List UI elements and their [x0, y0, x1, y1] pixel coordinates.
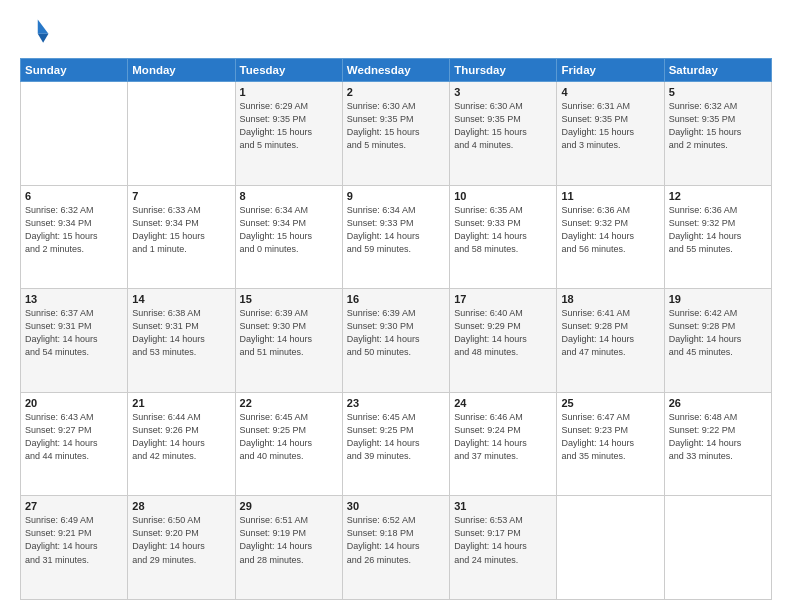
day-info: Sunrise: 6:49 AM Sunset: 9:21 PM Dayligh…	[25, 514, 123, 566]
calendar-cell: 27Sunrise: 6:49 AM Sunset: 9:21 PM Dayli…	[21, 496, 128, 600]
day-info: Sunrise: 6:39 AM Sunset: 9:30 PM Dayligh…	[347, 307, 445, 359]
day-number: 28	[132, 500, 230, 512]
day-info: Sunrise: 6:33 AM Sunset: 9:34 PM Dayligh…	[132, 204, 230, 256]
day-number: 23	[347, 397, 445, 409]
day-info: Sunrise: 6:38 AM Sunset: 9:31 PM Dayligh…	[132, 307, 230, 359]
svg-marker-0	[38, 20, 49, 34]
day-number: 8	[240, 190, 338, 202]
day-info: Sunrise: 6:43 AM Sunset: 9:27 PM Dayligh…	[25, 411, 123, 463]
day-info: Sunrise: 6:32 AM Sunset: 9:34 PM Dayligh…	[25, 204, 123, 256]
page: SundayMondayTuesdayWednesdayThursdayFrid…	[0, 0, 792, 612]
col-header-tuesday: Tuesday	[235, 59, 342, 82]
day-info: Sunrise: 6:37 AM Sunset: 9:31 PM Dayligh…	[25, 307, 123, 359]
calendar-cell: 25Sunrise: 6:47 AM Sunset: 9:23 PM Dayli…	[557, 392, 664, 496]
calendar-cell	[21, 82, 128, 186]
day-number: 1	[240, 86, 338, 98]
week-row-3: 20Sunrise: 6:43 AM Sunset: 9:27 PM Dayli…	[21, 392, 772, 496]
day-number: 12	[669, 190, 767, 202]
day-number: 21	[132, 397, 230, 409]
calendar-cell	[664, 496, 771, 600]
day-info: Sunrise: 6:50 AM Sunset: 9:20 PM Dayligh…	[132, 514, 230, 566]
calendar-cell: 10Sunrise: 6:35 AM Sunset: 9:33 PM Dayli…	[450, 185, 557, 289]
calendar-cell: 6Sunrise: 6:32 AM Sunset: 9:34 PM Daylig…	[21, 185, 128, 289]
calendar-cell: 22Sunrise: 6:45 AM Sunset: 9:25 PM Dayli…	[235, 392, 342, 496]
calendar-cell: 12Sunrise: 6:36 AM Sunset: 9:32 PM Dayli…	[664, 185, 771, 289]
day-info: Sunrise: 6:52 AM Sunset: 9:18 PM Dayligh…	[347, 514, 445, 566]
header	[20, 16, 772, 48]
day-number: 29	[240, 500, 338, 512]
day-number: 9	[347, 190, 445, 202]
calendar-cell: 26Sunrise: 6:48 AM Sunset: 9:22 PM Dayli…	[664, 392, 771, 496]
week-row-4: 27Sunrise: 6:49 AM Sunset: 9:21 PM Dayli…	[21, 496, 772, 600]
day-info: Sunrise: 6:30 AM Sunset: 9:35 PM Dayligh…	[347, 100, 445, 152]
day-number: 22	[240, 397, 338, 409]
calendar-cell: 23Sunrise: 6:45 AM Sunset: 9:25 PM Dayli…	[342, 392, 449, 496]
col-header-wednesday: Wednesday	[342, 59, 449, 82]
day-info: Sunrise: 6:42 AM Sunset: 9:28 PM Dayligh…	[669, 307, 767, 359]
day-number: 25	[561, 397, 659, 409]
day-info: Sunrise: 6:47 AM Sunset: 9:23 PM Dayligh…	[561, 411, 659, 463]
day-info: Sunrise: 6:34 AM Sunset: 9:33 PM Dayligh…	[347, 204, 445, 256]
logo-icon	[20, 16, 52, 48]
day-number: 4	[561, 86, 659, 98]
calendar-cell: 21Sunrise: 6:44 AM Sunset: 9:26 PM Dayli…	[128, 392, 235, 496]
calendar-cell: 1Sunrise: 6:29 AM Sunset: 9:35 PM Daylig…	[235, 82, 342, 186]
svg-marker-1	[38, 34, 49, 43]
calendar-cell: 4Sunrise: 6:31 AM Sunset: 9:35 PM Daylig…	[557, 82, 664, 186]
week-row-1: 6Sunrise: 6:32 AM Sunset: 9:34 PM Daylig…	[21, 185, 772, 289]
day-number: 17	[454, 293, 552, 305]
day-info: Sunrise: 6:35 AM Sunset: 9:33 PM Dayligh…	[454, 204, 552, 256]
calendar-cell: 5Sunrise: 6:32 AM Sunset: 9:35 PM Daylig…	[664, 82, 771, 186]
calendar-cell: 15Sunrise: 6:39 AM Sunset: 9:30 PM Dayli…	[235, 289, 342, 393]
day-info: Sunrise: 6:34 AM Sunset: 9:34 PM Dayligh…	[240, 204, 338, 256]
day-number: 24	[454, 397, 552, 409]
day-number: 26	[669, 397, 767, 409]
day-number: 30	[347, 500, 445, 512]
day-number: 27	[25, 500, 123, 512]
calendar-cell: 2Sunrise: 6:30 AM Sunset: 9:35 PM Daylig…	[342, 82, 449, 186]
calendar-cell: 16Sunrise: 6:39 AM Sunset: 9:30 PM Dayli…	[342, 289, 449, 393]
day-info: Sunrise: 6:44 AM Sunset: 9:26 PM Dayligh…	[132, 411, 230, 463]
calendar-cell: 30Sunrise: 6:52 AM Sunset: 9:18 PM Dayli…	[342, 496, 449, 600]
calendar-cell	[557, 496, 664, 600]
calendar-cell: 8Sunrise: 6:34 AM Sunset: 9:34 PM Daylig…	[235, 185, 342, 289]
day-number: 14	[132, 293, 230, 305]
day-number: 11	[561, 190, 659, 202]
week-row-2: 13Sunrise: 6:37 AM Sunset: 9:31 PM Dayli…	[21, 289, 772, 393]
day-number: 7	[132, 190, 230, 202]
calendar-cell: 7Sunrise: 6:33 AM Sunset: 9:34 PM Daylig…	[128, 185, 235, 289]
day-number: 19	[669, 293, 767, 305]
calendar-cell: 9Sunrise: 6:34 AM Sunset: 9:33 PM Daylig…	[342, 185, 449, 289]
calendar-cell: 29Sunrise: 6:51 AM Sunset: 9:19 PM Dayli…	[235, 496, 342, 600]
calendar-cell: 13Sunrise: 6:37 AM Sunset: 9:31 PM Dayli…	[21, 289, 128, 393]
day-info: Sunrise: 6:45 AM Sunset: 9:25 PM Dayligh…	[347, 411, 445, 463]
col-header-saturday: Saturday	[664, 59, 771, 82]
day-info: Sunrise: 6:36 AM Sunset: 9:32 PM Dayligh…	[669, 204, 767, 256]
calendar-cell: 24Sunrise: 6:46 AM Sunset: 9:24 PM Dayli…	[450, 392, 557, 496]
day-info: Sunrise: 6:36 AM Sunset: 9:32 PM Dayligh…	[561, 204, 659, 256]
day-info: Sunrise: 6:32 AM Sunset: 9:35 PM Dayligh…	[669, 100, 767, 152]
col-header-sunday: Sunday	[21, 59, 128, 82]
day-info: Sunrise: 6:46 AM Sunset: 9:24 PM Dayligh…	[454, 411, 552, 463]
calendar-cell: 18Sunrise: 6:41 AM Sunset: 9:28 PM Dayli…	[557, 289, 664, 393]
day-number: 2	[347, 86, 445, 98]
calendar-cell: 17Sunrise: 6:40 AM Sunset: 9:29 PM Dayli…	[450, 289, 557, 393]
logo	[20, 16, 56, 48]
day-info: Sunrise: 6:40 AM Sunset: 9:29 PM Dayligh…	[454, 307, 552, 359]
day-info: Sunrise: 6:53 AM Sunset: 9:17 PM Dayligh…	[454, 514, 552, 566]
day-info: Sunrise: 6:31 AM Sunset: 9:35 PM Dayligh…	[561, 100, 659, 152]
calendar-cell: 11Sunrise: 6:36 AM Sunset: 9:32 PM Dayli…	[557, 185, 664, 289]
day-number: 5	[669, 86, 767, 98]
day-info: Sunrise: 6:30 AM Sunset: 9:35 PM Dayligh…	[454, 100, 552, 152]
calendar-cell: 19Sunrise: 6:42 AM Sunset: 9:28 PM Dayli…	[664, 289, 771, 393]
calendar-cell: 14Sunrise: 6:38 AM Sunset: 9:31 PM Dayli…	[128, 289, 235, 393]
calendar-cell: 28Sunrise: 6:50 AM Sunset: 9:20 PM Dayli…	[128, 496, 235, 600]
week-row-0: 1Sunrise: 6:29 AM Sunset: 9:35 PM Daylig…	[21, 82, 772, 186]
calendar-header-row: SundayMondayTuesdayWednesdayThursdayFrid…	[21, 59, 772, 82]
day-number: 15	[240, 293, 338, 305]
calendar-cell: 3Sunrise: 6:30 AM Sunset: 9:35 PM Daylig…	[450, 82, 557, 186]
col-header-monday: Monday	[128, 59, 235, 82]
day-info: Sunrise: 6:51 AM Sunset: 9:19 PM Dayligh…	[240, 514, 338, 566]
day-info: Sunrise: 6:48 AM Sunset: 9:22 PM Dayligh…	[669, 411, 767, 463]
day-number: 16	[347, 293, 445, 305]
